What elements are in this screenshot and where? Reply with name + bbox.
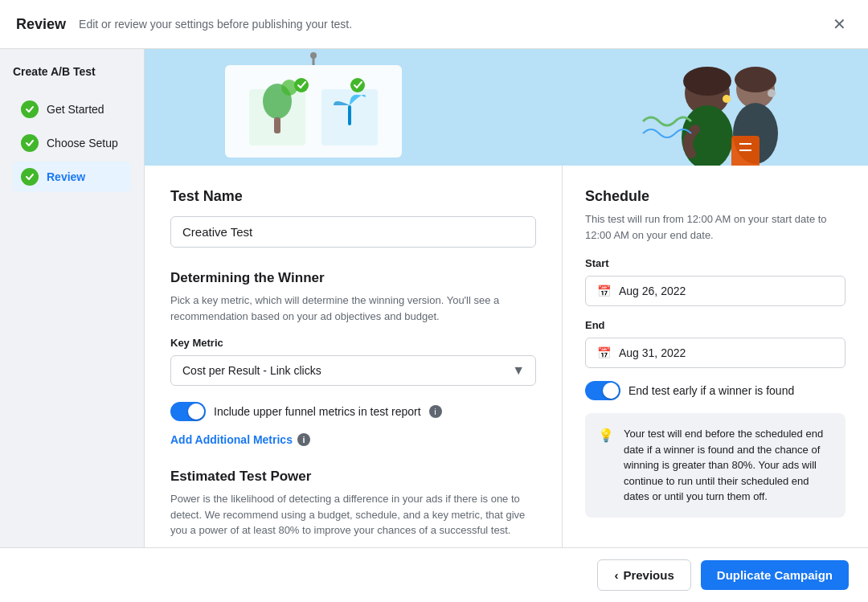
add-metrics-link[interactable]: Add Additional Metrics i [170,433,310,446]
determining-winner-title: Determining the Winner [170,270,536,286]
start-date-input[interactable]: 📅 Aug 26, 2022 [585,276,845,306]
svg-point-3 [310,52,317,59]
key-metric-select-wrapper: Cost per Result - Link clicks ▼ [170,355,536,386]
svg-point-11 [350,78,365,92]
key-metric-select[interactable]: Cost per Result - Link clicks [170,355,536,386]
duplicate-label: Duplicate Campaign [717,568,833,582]
previous-label: Previous [623,568,674,582]
upper-funnel-info-icon[interactable]: i [429,405,442,418]
start-date-value: Aug 26, 2022 [619,285,686,297]
key-metric-label: Key Metric [170,337,536,349]
content-right: Schedule This test will run from 12:00 A… [563,166,868,547]
upper-funnel-label: Include upper funnel metrics in test rep… [214,405,421,418]
estimated-power-title: Estimated Test Power [170,469,536,485]
end-label: End [585,319,845,331]
content-left: Test Name Determining the Winner Pick a … [145,166,563,547]
previous-arrow-icon: ‹ [614,568,618,582]
schedule-title: Schedule [585,188,845,205]
toggle-knob [188,403,204,420]
svg-point-19 [768,89,776,97]
end-early-toggle-knob [603,383,619,399]
end-early-label: End test early if a winner is found [628,384,794,397]
check-icon-get-started [21,100,39,118]
hero-banner [145,49,868,166]
start-label: Start [585,257,845,269]
sidebar-item-label-get-started: Get Started [47,103,104,116]
main-content: Test Name Determining the Winner Pick a … [145,49,868,547]
svg-point-18 [735,67,776,92]
add-metrics-label: Add Additional Metrics [170,433,293,446]
duplicate-campaign-button[interactable]: Duplicate Campaign [701,560,849,590]
end-early-toggle-row: End test early if a winner is found [585,381,845,400]
end-early-toggle[interactable] [585,381,620,400]
add-metrics-info-icon[interactable]: i [297,433,310,446]
svg-rect-6 [274,117,280,133]
check-icon-choose-setup [21,134,39,152]
estimated-power-desc: Power is the likelihood of detecting a d… [170,491,536,539]
test-name-input[interactable] [170,216,536,248]
sidebar-item-choose-setup[interactable]: Choose Setup [13,128,131,158]
content-columns: Test Name Determining the Winner Pick a … [145,166,868,547]
sidebar-item-label-review: Review [47,170,85,183]
schedule-desc: This test will run from 12:00 AM on your… [585,211,845,243]
sidebar-title: Create A/B Test [13,65,131,78]
end-date-input[interactable]: 📅 Aug 31, 2022 [585,338,845,368]
svg-rect-9 [348,105,351,125]
test-name-title: Test Name [170,188,536,205]
upper-funnel-toggle-row: Include upper funnel metrics in test rep… [170,402,536,421]
sidebar: Create A/B Test Get Started Choose Setup… [0,49,145,547]
modal-footer: ‹ Previous Duplicate Campaign [0,547,868,602]
close-button[interactable]: ✕ [826,11,852,37]
modal-title: Review [16,16,66,33]
svg-point-10 [294,78,309,92]
modal-body: Create A/B Test Get Started Choose Setup… [0,49,868,547]
determining-winner-desc: Pick a key metric, which will determine … [170,293,536,324]
sidebar-item-get-started[interactable]: Get Started [13,94,131,125]
sidebar-item-review[interactable]: Review [13,162,131,192]
check-icon-review [21,168,39,186]
info-box: 💡 Your test will end before the schedule… [585,413,845,518]
modal-header: Review Edit or review your settings befo… [0,0,868,49]
bulb-icon: 💡 [598,428,614,443]
calendar-end-icon: 📅 [597,346,611,359]
modal-container: Review Edit or review your settings befo… [0,0,868,602]
modal-description: Edit or review your settings before publ… [79,18,826,31]
previous-button[interactable]: ‹ Previous [597,559,690,591]
svg-point-15 [723,95,731,103]
calendar-start-icon: 📅 [597,285,611,297]
info-box-text: Your test will end before the scheduled … [624,426,833,505]
end-date-value: Aug 31, 2022 [619,346,686,359]
svg-point-14 [683,67,731,96]
upper-funnel-toggle[interactable] [170,402,206,421]
sidebar-item-label-choose-setup: Choose Setup [47,137,118,149]
